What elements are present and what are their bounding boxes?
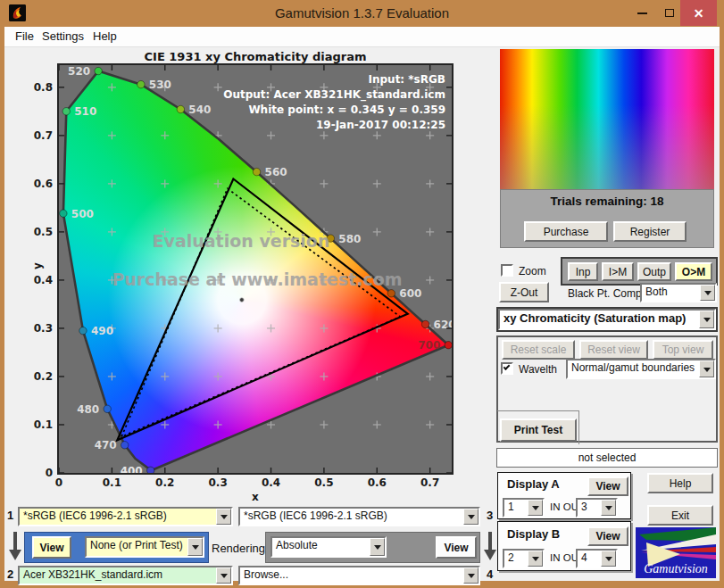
chevron-down-icon[interactable] bbox=[187, 538, 203, 556]
chevron-down-icon[interactable] bbox=[463, 509, 479, 525]
grid-plus-mark bbox=[320, 420, 328, 428]
menu-settings[interactable]: Settings bbox=[42, 29, 84, 43]
zoom-checkbox[interactable] bbox=[501, 264, 513, 277]
o-to-m-button[interactable]: O>M bbox=[675, 262, 712, 281]
close-icon: ✕ bbox=[694, 6, 704, 21]
input-profile2-dropdown[interactable]: *sRGB (IEC6 1996-2.1 sRGB) bbox=[238, 507, 480, 526]
grid-plus-mark bbox=[108, 372, 116, 380]
x-tick-label: 0.5 bbox=[314, 476, 333, 489]
trials-panel: Trials remaining: 18 Purchase Register bbox=[500, 189, 714, 248]
wavelength-label-510: 510 bbox=[74, 105, 96, 118]
menu-help[interactable]: Help bbox=[93, 29, 117, 43]
minimize-button[interactable] bbox=[628, 0, 655, 26]
grid-plus-mark bbox=[161, 131, 169, 139]
z-out-button[interactable]: Z-Out bbox=[499, 282, 549, 302]
chart-title: CIE 1931 xy Chromaticity diagram bbox=[59, 50, 452, 63]
chevron-down-icon[interactable] bbox=[528, 551, 543, 567]
help-button[interactable]: Help bbox=[647, 473, 713, 493]
view-output-button[interactable]: View bbox=[436, 536, 477, 559]
y-tick-label: 0.6 bbox=[17, 178, 53, 190]
chromaticity-plot[interactable]: 4004704804905005105205305405605806006207… bbox=[57, 63, 454, 475]
register-button[interactable]: Register bbox=[613, 221, 687, 242]
black-pt-comp-label: Black Pt. Comp. bbox=[568, 287, 645, 300]
print-test-button[interactable]: Print Test bbox=[500, 418, 577, 442]
chevron-down-icon[interactable] bbox=[601, 551, 616, 567]
i-to-m-button[interactable]: I>M bbox=[602, 262, 634, 281]
maximize-button[interactable] bbox=[657, 0, 682, 26]
chevron-down-icon[interactable] bbox=[699, 311, 714, 328]
annotation-output: Output: Acer XB321HK_standard.icm bbox=[223, 87, 445, 103]
rendering-intent-dropdown[interactable]: Absolute bbox=[270, 536, 387, 558]
top-view-button[interactable]: Top view bbox=[653, 340, 713, 360]
chevron-down-icon[interactable] bbox=[601, 500, 616, 516]
wavelength-dot-530 bbox=[137, 80, 145, 87]
display-b-out-dropdown[interactable]: 4 bbox=[576, 549, 618, 568]
wavelength-label-580: 580 bbox=[338, 233, 361, 245]
exit-button[interactable]: Exit bbox=[647, 505, 713, 526]
view-input-button[interactable]: View bbox=[32, 536, 71, 559]
display-a-out-dropdown[interactable]: 3 bbox=[576, 498, 618, 518]
check-icon bbox=[503, 363, 511, 370]
wavelength-label-620: 620 bbox=[434, 319, 452, 331]
annotation-white-point: White point: x = 0.345 y = 0.359 bbox=[223, 103, 445, 118]
watermark-line2: Purchase at www.imatest.com bbox=[112, 269, 402, 289]
purchase-button[interactable]: Purchase bbox=[524, 221, 608, 242]
print-test-dropdown[interactable]: None (or Print Test) bbox=[85, 536, 204, 558]
display-a-in-dropdown[interactable]: 1 bbox=[503, 498, 545, 518]
boundaries-dropdown[interactable]: Normal/gamut boundaries bbox=[566, 359, 716, 379]
grid-plus-mark bbox=[214, 324, 222, 332]
chevron-down-icon[interactable] bbox=[699, 360, 714, 377]
x-tick-label: 0 bbox=[55, 476, 62, 489]
view-mode-dropdown[interactable]: xy Chromaticity (Saturation map) bbox=[498, 309, 716, 330]
chevron-down-icon[interactable] bbox=[370, 538, 385, 556]
menu-bar: File Settings Help bbox=[4, 27, 720, 47]
wavelth-checkbox[interactable] bbox=[501, 362, 513, 375]
white-point-marker bbox=[239, 298, 244, 302]
wavelth-checkbox-label: Wavelth bbox=[519, 363, 557, 376]
grid-plus-mark bbox=[426, 420, 434, 428]
chevron-down-icon[interactable] bbox=[463, 567, 479, 584]
gamutvision-logo: Gamutvision bbox=[636, 527, 716, 578]
grid-plus-mark bbox=[426, 228, 434, 236]
wavelength-label-700: 700 bbox=[418, 339, 440, 352]
display-a-view-button[interactable]: View bbox=[587, 476, 628, 496]
chevron-down-icon[interactable] bbox=[700, 285, 715, 301]
saturation-map-preview[interactable] bbox=[500, 49, 714, 208]
wavelength-dot-520 bbox=[95, 67, 102, 74]
grid-plus-mark bbox=[161, 420, 169, 428]
annotation-input: Input: *sRGB bbox=[223, 72, 445, 87]
display-b-view-button[interactable]: View bbox=[587, 526, 628, 546]
wavelength-label-600: 600 bbox=[399, 287, 421, 300]
browse-dropdown[interactable]: Browse... bbox=[238, 566, 480, 585]
wavelength-dot-470 bbox=[121, 442, 128, 449]
display-b-in-dropdown[interactable]: 2 bbox=[503, 549, 545, 568]
outp-button[interactable]: Outp bbox=[637, 262, 671, 281]
client-area: CIE 1931 xy Chromaticity diagram 4004704… bbox=[4, 47, 720, 581]
wavelength-label-530: 530 bbox=[149, 79, 171, 91]
close-button[interactable]: ✕ bbox=[680, 0, 717, 26]
reset-scale-button[interactable]: Reset scale bbox=[502, 340, 575, 360]
reset-view-button[interactable]: Reset view bbox=[579, 340, 648, 360]
chevron-down-icon[interactable] bbox=[528, 500, 543, 516]
output-profile-dropdown[interactable]: Acer XB321HK_standard.icm bbox=[18, 566, 233, 585]
x-axis-label: x bbox=[252, 491, 259, 503]
grid-plus-mark bbox=[161, 179, 169, 187]
rendering-label: Rendering bbox=[212, 542, 265, 555]
wavelength-dot-620 bbox=[421, 320, 429, 327]
watermark-line1: Evaluation version bbox=[153, 231, 330, 251]
chevron-down-icon[interactable] bbox=[216, 567, 231, 584]
slot-3-number: 3 bbox=[487, 509, 493, 522]
black-pt-comp-dropdown[interactable]: Both bbox=[640, 283, 717, 302]
grid-plus-mark bbox=[320, 324, 328, 332]
inp-button[interactable]: Inp bbox=[568, 262, 598, 281]
chevron-down-icon[interactable] bbox=[216, 509, 231, 525]
svg-text:Gamutvision: Gamutvision bbox=[644, 562, 708, 576]
zoom-checkbox-label: Zoom bbox=[519, 265, 546, 277]
menu-file[interactable]: File bbox=[15, 29, 34, 43]
wavelength-dot-700 bbox=[445, 341, 452, 348]
grid-plus-mark bbox=[108, 179, 116, 187]
wavelength-dot-500 bbox=[60, 210, 67, 217]
wavelength-label-480: 480 bbox=[77, 403, 99, 416]
input-profile-dropdown[interactable]: *sRGB (IEC6 1996-2.1 sRGB) bbox=[18, 507, 233, 526]
display-b-title: Display B bbox=[507, 527, 560, 541]
